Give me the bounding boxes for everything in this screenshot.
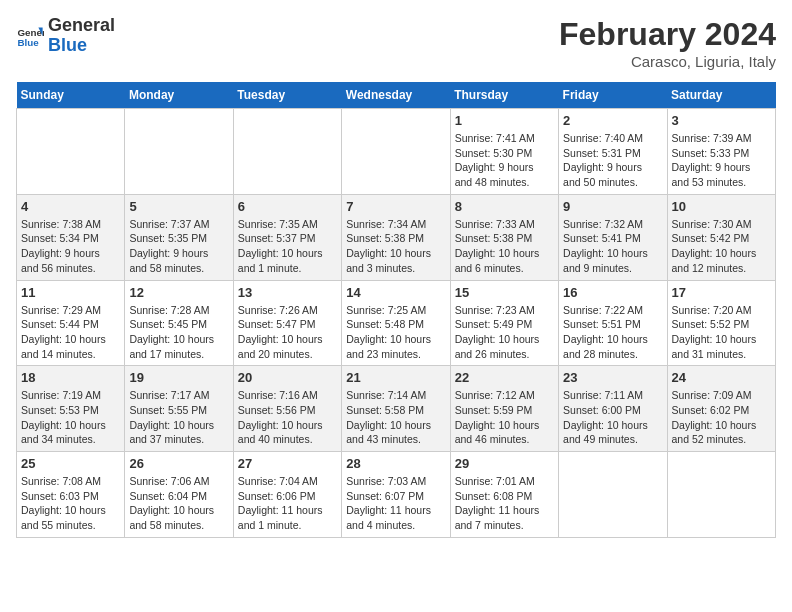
calendar-cell: 4Sunrise: 7:38 AMSunset: 5:34 PMDaylight…	[17, 194, 125, 280]
day-number: 14	[346, 285, 445, 300]
day-info: Sunrise: 7:34 AMSunset: 5:38 PMDaylight:…	[346, 217, 445, 276]
calendar-cell: 28Sunrise: 7:03 AMSunset: 6:07 PMDayligh…	[342, 452, 450, 538]
calendar-cell: 11Sunrise: 7:29 AMSunset: 5:44 PMDayligh…	[17, 280, 125, 366]
header-wednesday: Wednesday	[342, 82, 450, 109]
page-subtitle: Carasco, Liguria, Italy	[559, 53, 776, 70]
calendar-week-row: 4Sunrise: 7:38 AMSunset: 5:34 PMDaylight…	[17, 194, 776, 280]
calendar-week-row: 18Sunrise: 7:19 AMSunset: 5:53 PMDayligh…	[17, 366, 776, 452]
day-number: 1	[455, 113, 554, 128]
calendar-cell: 2Sunrise: 7:40 AMSunset: 5:31 PMDaylight…	[559, 109, 667, 195]
day-info: Sunrise: 7:01 AMSunset: 6:08 PMDaylight:…	[455, 474, 554, 533]
calendar-cell: 26Sunrise: 7:06 AMSunset: 6:04 PMDayligh…	[125, 452, 233, 538]
day-number: 16	[563, 285, 662, 300]
calendar-cell: 8Sunrise: 7:33 AMSunset: 5:38 PMDaylight…	[450, 194, 558, 280]
logo-icon: General Blue	[16, 22, 44, 50]
day-number: 6	[238, 199, 337, 214]
calendar-cell	[125, 109, 233, 195]
day-number: 17	[672, 285, 771, 300]
calendar-cell: 23Sunrise: 7:11 AMSunset: 6:00 PMDayligh…	[559, 366, 667, 452]
day-number: 9	[563, 199, 662, 214]
day-number: 13	[238, 285, 337, 300]
day-info: Sunrise: 7:38 AMSunset: 5:34 PMDaylight:…	[21, 217, 120, 276]
calendar-cell: 18Sunrise: 7:19 AMSunset: 5:53 PMDayligh…	[17, 366, 125, 452]
header-thursday: Thursday	[450, 82, 558, 109]
day-info: Sunrise: 7:37 AMSunset: 5:35 PMDaylight:…	[129, 217, 228, 276]
day-info: Sunrise: 7:26 AMSunset: 5:47 PMDaylight:…	[238, 303, 337, 362]
day-number: 3	[672, 113, 771, 128]
calendar-cell: 5Sunrise: 7:37 AMSunset: 5:35 PMDaylight…	[125, 194, 233, 280]
day-info: Sunrise: 7:33 AMSunset: 5:38 PMDaylight:…	[455, 217, 554, 276]
day-number: 12	[129, 285, 228, 300]
calendar-cell	[342, 109, 450, 195]
header-tuesday: Tuesday	[233, 82, 341, 109]
day-info: Sunrise: 7:03 AMSunset: 6:07 PMDaylight:…	[346, 474, 445, 533]
header-sunday: Sunday	[17, 82, 125, 109]
calendar-cell: 1Sunrise: 7:41 AMSunset: 5:30 PMDaylight…	[450, 109, 558, 195]
calendar-table: SundayMondayTuesdayWednesdayThursdayFrid…	[16, 82, 776, 538]
day-number: 28	[346, 456, 445, 471]
calendar-cell: 27Sunrise: 7:04 AMSunset: 6:06 PMDayligh…	[233, 452, 341, 538]
day-info: Sunrise: 7:41 AMSunset: 5:30 PMDaylight:…	[455, 131, 554, 190]
calendar-week-row: 11Sunrise: 7:29 AMSunset: 5:44 PMDayligh…	[17, 280, 776, 366]
calendar-cell: 12Sunrise: 7:28 AMSunset: 5:45 PMDayligh…	[125, 280, 233, 366]
day-number: 27	[238, 456, 337, 471]
calendar-cell	[17, 109, 125, 195]
day-number: 4	[21, 199, 120, 214]
day-info: Sunrise: 7:04 AMSunset: 6:06 PMDaylight:…	[238, 474, 337, 533]
day-info: Sunrise: 7:14 AMSunset: 5:58 PMDaylight:…	[346, 388, 445, 447]
logo-text: General Blue	[48, 16, 115, 56]
day-info: Sunrise: 7:09 AMSunset: 6:02 PMDaylight:…	[672, 388, 771, 447]
day-info: Sunrise: 7:11 AMSunset: 6:00 PMDaylight:…	[563, 388, 662, 447]
day-info: Sunrise: 7:23 AMSunset: 5:49 PMDaylight:…	[455, 303, 554, 362]
calendar-cell: 9Sunrise: 7:32 AMSunset: 5:41 PMDaylight…	[559, 194, 667, 280]
day-info: Sunrise: 7:20 AMSunset: 5:52 PMDaylight:…	[672, 303, 771, 362]
header-saturday: Saturday	[667, 82, 775, 109]
day-info: Sunrise: 7:25 AMSunset: 5:48 PMDaylight:…	[346, 303, 445, 362]
calendar-cell: 10Sunrise: 7:30 AMSunset: 5:42 PMDayligh…	[667, 194, 775, 280]
calendar-cell	[559, 452, 667, 538]
page-title: February 2024	[559, 16, 776, 53]
day-info: Sunrise: 7:35 AMSunset: 5:37 PMDaylight:…	[238, 217, 337, 276]
day-number: 7	[346, 199, 445, 214]
calendar-week-row: 1Sunrise: 7:41 AMSunset: 5:30 PMDaylight…	[17, 109, 776, 195]
day-info: Sunrise: 7:32 AMSunset: 5:41 PMDaylight:…	[563, 217, 662, 276]
calendar-cell	[233, 109, 341, 195]
calendar-cell	[667, 452, 775, 538]
day-info: Sunrise: 7:22 AMSunset: 5:51 PMDaylight:…	[563, 303, 662, 362]
day-info: Sunrise: 7:06 AMSunset: 6:04 PMDaylight:…	[129, 474, 228, 533]
day-info: Sunrise: 7:17 AMSunset: 5:55 PMDaylight:…	[129, 388, 228, 447]
calendar-header-row: SundayMondayTuesdayWednesdayThursdayFrid…	[17, 82, 776, 109]
day-info: Sunrise: 7:39 AMSunset: 5:33 PMDaylight:…	[672, 131, 771, 190]
calendar-cell: 13Sunrise: 7:26 AMSunset: 5:47 PMDayligh…	[233, 280, 341, 366]
calendar-cell: 7Sunrise: 7:34 AMSunset: 5:38 PMDaylight…	[342, 194, 450, 280]
day-number: 15	[455, 285, 554, 300]
svg-text:Blue: Blue	[17, 37, 39, 48]
day-number: 21	[346, 370, 445, 385]
day-number: 23	[563, 370, 662, 385]
day-info: Sunrise: 7:30 AMSunset: 5:42 PMDaylight:…	[672, 217, 771, 276]
calendar-cell: 3Sunrise: 7:39 AMSunset: 5:33 PMDaylight…	[667, 109, 775, 195]
day-info: Sunrise: 7:40 AMSunset: 5:31 PMDaylight:…	[563, 131, 662, 190]
calendar-cell: 29Sunrise: 7:01 AMSunset: 6:08 PMDayligh…	[450, 452, 558, 538]
title-block: February 2024 Carasco, Liguria, Italy	[559, 16, 776, 70]
calendar-cell: 15Sunrise: 7:23 AMSunset: 5:49 PMDayligh…	[450, 280, 558, 366]
day-number: 26	[129, 456, 228, 471]
day-number: 19	[129, 370, 228, 385]
calendar-week-row: 25Sunrise: 7:08 AMSunset: 6:03 PMDayligh…	[17, 452, 776, 538]
day-number: 24	[672, 370, 771, 385]
calendar-cell: 17Sunrise: 7:20 AMSunset: 5:52 PMDayligh…	[667, 280, 775, 366]
day-number: 22	[455, 370, 554, 385]
day-number: 25	[21, 456, 120, 471]
calendar-cell: 24Sunrise: 7:09 AMSunset: 6:02 PMDayligh…	[667, 366, 775, 452]
day-info: Sunrise: 7:28 AMSunset: 5:45 PMDaylight:…	[129, 303, 228, 362]
day-info: Sunrise: 7:08 AMSunset: 6:03 PMDaylight:…	[21, 474, 120, 533]
calendar-cell: 20Sunrise: 7:16 AMSunset: 5:56 PMDayligh…	[233, 366, 341, 452]
day-info: Sunrise: 7:29 AMSunset: 5:44 PMDaylight:…	[21, 303, 120, 362]
day-number: 10	[672, 199, 771, 214]
logo: General Blue General Blue	[16, 16, 115, 56]
calendar-cell: 6Sunrise: 7:35 AMSunset: 5:37 PMDaylight…	[233, 194, 341, 280]
day-number: 20	[238, 370, 337, 385]
day-info: Sunrise: 7:19 AMSunset: 5:53 PMDaylight:…	[21, 388, 120, 447]
day-number: 5	[129, 199, 228, 214]
day-number: 8	[455, 199, 554, 214]
